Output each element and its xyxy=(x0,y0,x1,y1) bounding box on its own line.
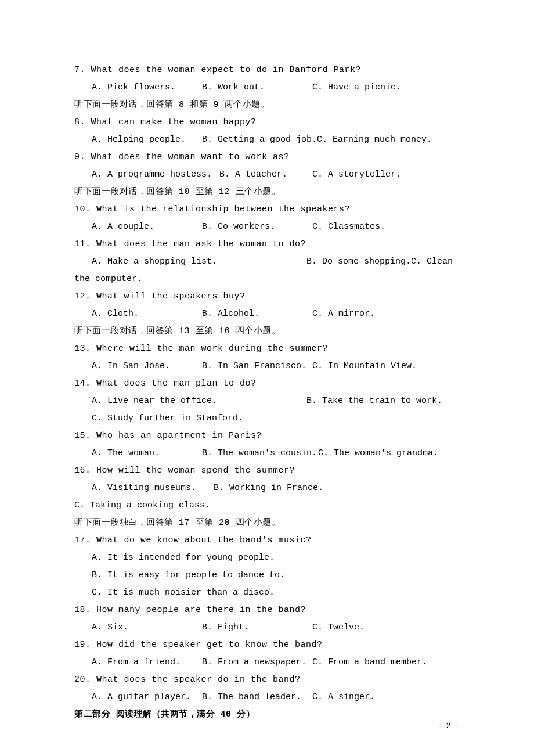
option-a: A. Cloth. xyxy=(74,305,202,323)
options-row: A. In San Jose. B. In San Francisco. C. … xyxy=(74,358,460,375)
question-text: 9. What does the woman want to work as? xyxy=(74,149,460,166)
option-a: A. A guitar player. xyxy=(74,689,202,706)
question-block-15: 15. Who has an apartment in Paris? A. Th… xyxy=(74,427,460,462)
question-text: 10. What is the relationship between the… xyxy=(74,201,460,218)
option-b: B. Take the train to work. xyxy=(306,393,442,410)
option-c: C. Clean xyxy=(411,253,453,271)
option-c: C. Twelve. xyxy=(312,619,417,636)
question-block-19: 19. How did the speaker get to know the … xyxy=(74,636,460,671)
option-a: A. A couple. xyxy=(74,218,202,236)
option-b: B. Co-workers. xyxy=(202,218,312,236)
option-c: C. Taking a cooking class. xyxy=(74,497,210,514)
question-block-8: 8. What can make the woman happy? A. Hel… xyxy=(74,114,460,149)
question-block-13: 13. Where will the man work during the s… xyxy=(74,340,460,375)
option-c: C. Classmates. xyxy=(312,218,417,236)
options-row: A. A programme hostess. B. A teacher. C.… xyxy=(74,166,460,183)
option-a: A. Visiting museums. xyxy=(74,480,214,497)
options-row: A. Pick flowers. B. Work out. C. Have a … xyxy=(74,79,460,96)
question-text: 7. What does the woman expect to do in B… xyxy=(74,62,460,79)
option-c-wrap: the computer. xyxy=(74,271,460,288)
instruction-8-9: 听下面一段对话，回答第 8 和第 9 两个小题。 xyxy=(74,96,460,114)
question-text: 12. What will the speakers buy? xyxy=(74,288,460,305)
instruction-13-16: 听下面一段对话，回答第 13 至第 16 四个小题。 xyxy=(74,323,460,340)
page-number: - 2 - xyxy=(437,719,460,734)
option-c: C. Have a picnic. xyxy=(312,79,417,96)
option-a: A. A programme hostess. xyxy=(74,166,219,183)
option-c: C. Study further in Stanford. xyxy=(74,410,460,427)
option-a: A. It is intended for young people. xyxy=(74,549,460,567)
option-b: B. From a newspaper. xyxy=(202,654,312,671)
question-text: 18. How many people are there in the ban… xyxy=(74,602,460,619)
top-rule xyxy=(74,44,460,44)
options-row: A. Visiting museums. B. Working in Franc… xyxy=(74,480,460,514)
question-block-20: 20. What does the speaker do in the band… xyxy=(74,671,460,706)
option-c: C. A singer. xyxy=(312,689,417,706)
options-row: A. A guitar player. B. The band leader. … xyxy=(74,689,460,706)
question-text: 8. What can make the woman happy? xyxy=(74,114,460,131)
option-a: A. In San Jose. xyxy=(74,358,202,375)
options-stacked: A. It is intended for young people. B. I… xyxy=(74,549,460,602)
option-a: A. Live near the office. xyxy=(74,393,306,410)
question-block-16: 16. How will the woman spend the summer?… xyxy=(74,462,460,514)
option-a: A. Helping people. xyxy=(74,131,202,149)
option-c: C. The woman's grandma. xyxy=(318,445,438,462)
question-block-7: 7. What does the woman expect to do in B… xyxy=(74,62,460,96)
option-b: B. Eight. xyxy=(202,619,312,636)
question-text: 13. Where will the man work during the s… xyxy=(74,340,460,358)
option-b: B. Work out. xyxy=(202,79,312,96)
option-b: B. Getting a good job. xyxy=(202,131,317,149)
question-text: 19. How did the speaker get to know the … xyxy=(74,636,460,654)
option-c: C. A storyteller. xyxy=(312,166,417,183)
option-b: B. The woman's cousin. xyxy=(202,445,318,462)
question-block-10: 10. What is the relationship between the… xyxy=(74,201,460,236)
option-c: C. A mirror. xyxy=(312,305,417,323)
option-b: B. Do some shopping. xyxy=(306,253,411,271)
question-text: 17. What do we know about the band's mus… xyxy=(74,532,460,549)
option-c: C. In Mountain View. xyxy=(312,358,417,375)
option-b: B. A teacher. xyxy=(219,166,312,183)
instruction-10-12: 听下面一段对话，回答第 10 至第 12 三个小题。 xyxy=(74,183,460,201)
question-text: 14. What does the man plan to do? xyxy=(74,375,460,393)
options-row: A. Cloth. B. Alcohol. C. A mirror. xyxy=(74,305,460,323)
question-block-12: 12. What will the speakers buy? A. Cloth… xyxy=(74,288,460,323)
instruction-17-20: 听下面一段独白，回答第 17 至第 20 四个小题。 xyxy=(74,514,460,532)
question-block-18: 18. How many people are there in the ban… xyxy=(74,602,460,636)
document-page: 7. What does the woman expect to do in B… xyxy=(0,0,534,756)
option-b: B. In San Francisco. xyxy=(202,358,312,375)
options-row: A. A couple. B. Co-workers. C. Classmate… xyxy=(74,218,460,236)
options-row: A. Six. B. Eight. C. Twelve. xyxy=(74,619,460,636)
option-c: C. Earning much money. xyxy=(317,131,432,149)
option-a: A. From a friend. xyxy=(74,654,202,671)
options-row: A. Helping people. B. Getting a good job… xyxy=(74,131,460,149)
question-text: 16. How will the woman spend the summer? xyxy=(74,462,460,480)
option-b: B. The band leader. xyxy=(202,689,312,706)
option-a: A. Make a shopping list. xyxy=(74,253,306,271)
options-row: A. The woman. B. The woman's cousin. C. … xyxy=(74,445,460,462)
option-a: A. Six. xyxy=(74,619,202,636)
question-block-11: 11. What does the man ask the woman to d… xyxy=(74,236,460,288)
option-c: C. From a band member. xyxy=(312,654,427,671)
option-b: B. Working in France. xyxy=(214,480,324,497)
option-a: A. The woman. xyxy=(74,445,202,462)
options-row: A. Make a shopping list. B. Do some shop… xyxy=(74,253,460,271)
options-row: A. Live near the office. B. Take the tra… xyxy=(74,393,460,427)
question-text: 11. What does the man ask the woman to d… xyxy=(74,236,460,253)
question-block-9: 9. What does the woman want to work as? … xyxy=(74,149,460,183)
question-text: 15. Who has an apartment in Paris? xyxy=(74,427,460,445)
section-heading-reading: 第二部分 阅读理解（共两节，满分 40 分） xyxy=(74,706,460,723)
option-a: A. Pick flowers. xyxy=(74,79,202,96)
question-text: 20. What does the speaker do in the band… xyxy=(74,671,460,689)
question-block-17: 17. What do we know about the band's mus… xyxy=(74,532,460,602)
options-row: A. From a friend. B. From a newspaper. C… xyxy=(74,654,460,671)
option-b: B. Alcohol. xyxy=(202,305,312,323)
option-b: B. It is easy for people to dance to. xyxy=(74,567,460,584)
option-c: C. It is much noisier than a disco. xyxy=(74,584,460,602)
question-block-14: 14. What does the man plan to do? A. Liv… xyxy=(74,375,460,427)
